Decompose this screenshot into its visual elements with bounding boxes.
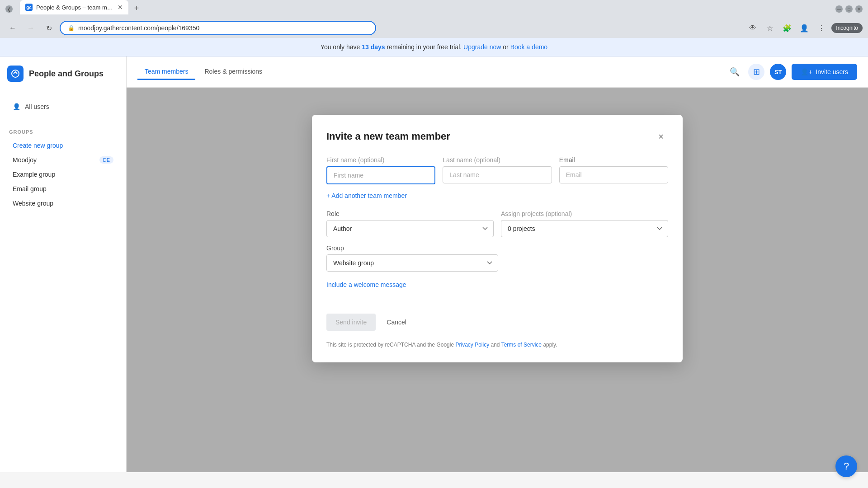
banner-days: 13 days	[362, 43, 385, 51]
content-area: Invite a new team member × First name (o…	[127, 88, 868, 472]
lock-icon: 🔒	[68, 25, 75, 31]
privacy-policy-link[interactable]: Privacy Policy	[455, 342, 489, 348]
all-users-label: All users	[25, 103, 49, 110]
tab-history-btn[interactable]: ❮	[5, 5, 13, 13]
email-label: Email	[559, 156, 668, 164]
invite-btn-label: Invite users	[816, 68, 848, 75]
browser-titlebar: ❮ gc People & Groups – team mem… ✕ + — □…	[0, 0, 868, 18]
modal-close-btn[interactable]: ×	[654, 129, 668, 144]
invite-modal: Invite a new team member × First name (o…	[312, 115, 683, 362]
group-select[interactable]: Website group Moodjoy Example group Emai…	[326, 254, 498, 272]
upgrade-link[interactable]: Upgrade now	[463, 43, 501, 51]
reload-btn[interactable]: ↻	[42, 21, 56, 35]
send-invite-btn[interactable]: Send invite	[326, 314, 376, 331]
back-btn[interactable]: ←	[5, 21, 20, 35]
form-group-group: Group Website group Moodjoy Example grou…	[326, 244, 668, 272]
recaptcha-apply: apply.	[543, 342, 557, 348]
minimize-btn[interactable]: —	[835, 5, 843, 13]
group-name-moodjoy: Moodjoy	[13, 156, 37, 164]
eyeoff-icon[interactable]: 👁	[745, 21, 760, 35]
modal-overlay: Invite a new team member × First name (o…	[127, 88, 868, 472]
address-bar-row: ← → ↻ 🔒 moodjoy.gathercontent.com/people…	[0, 18, 868, 38]
lastname-label-text: Last name	[443, 156, 472, 164]
tab-team-members[interactable]: Team members	[137, 64, 195, 80]
sidebar-title: People and Groups	[29, 69, 104, 79]
form-group-role: Role Author Editor Manager Admin	[326, 210, 494, 237]
close-window-btn[interactable]: ✕	[855, 5, 863, 13]
group-name-email: Email group	[13, 185, 47, 192]
banner-middle: remaining in your free trial.	[385, 43, 462, 51]
banner-or: or	[501, 43, 510, 51]
search-btn[interactable]: 🔍	[726, 64, 743, 80]
modal-title: Invite a new team member	[326, 131, 450, 142]
form-group-email: Email	[559, 156, 668, 184]
projects-select-wrapper: 0 projects	[501, 220, 668, 237]
projects-label: Assign projects (optional)	[501, 210, 668, 217]
group-item-example[interactable]: Example group	[7, 167, 119, 182]
lastname-input[interactable]	[443, 166, 552, 183]
group-name-example: Example group	[13, 171, 55, 178]
form-group-projects: Assign projects (optional) 0 projects	[501, 210, 668, 237]
window-action-buttons: — □ ✕	[835, 5, 863, 13]
form-row-names: First name (optional) Last name (optiona…	[326, 156, 668, 184]
lastname-label: Last name (optional)	[443, 156, 552, 164]
recaptcha-and: and	[491, 342, 500, 348]
help-btn[interactable]: ?	[835, 455, 857, 477]
form-group-firstname: First name (optional)	[326, 156, 435, 184]
group-select-wrapper: Website group Moodjoy Example group Emai…	[326, 254, 498, 272]
group-item-moodjoy[interactable]: Moodjoy DE	[7, 153, 119, 167]
extensions-icon[interactable]: 🧩	[780, 21, 794, 35]
nav-tabs: Team members Roles & permissions	[137, 64, 269, 80]
group-item-email[interactable]: Email group	[7, 182, 119, 196]
role-select[interactable]: Author Editor Manager Admin	[326, 220, 494, 237]
create-new-group-link[interactable]: Create new group	[7, 138, 119, 153]
bookmark-icon[interactable]: ☆	[763, 21, 777, 35]
lastname-optional: (optional)	[474, 156, 500, 164]
active-tab[interactable]: gc People & Groups – team mem… ✕	[20, 0, 128, 14]
browser-actions: 👁 ☆ 🧩 👤 ⋮ Incognito	[745, 21, 863, 35]
group-item-website[interactable]: Website group	[7, 196, 119, 211]
invite-icon: 👤+	[801, 68, 812, 75]
groups-section-label: GROUPS	[7, 129, 119, 135]
all-users-nav-item[interactable]: 👤 All users	[7, 99, 119, 115]
firstname-label: First name (optional)	[326, 156, 435, 164]
modal-header: Invite a new team member ×	[326, 129, 668, 144]
window-controls: ❮	[5, 5, 13, 13]
tab-title: People & Groups – team mem…	[36, 4, 114, 11]
settings-icon[interactable]: ⋮	[814, 21, 829, 35]
user-avatar: ST	[770, 64, 786, 80]
address-text: moodjoy.gathercontent.com/people/169350	[78, 24, 199, 32]
main-content: Team members Roles & permissions 🔍 ⊞ ST …	[127, 56, 868, 472]
group-badge-moodjoy: DE	[99, 156, 113, 164]
grid-btn[interactable]: ⊞	[748, 64, 764, 80]
group-name-website: Website group	[13, 200, 53, 207]
maximize-btn[interactable]: □	[845, 5, 853, 13]
form-row-role-projects: Role Author Editor Manager Admin	[326, 210, 668, 237]
projects-select[interactable]: 0 projects	[501, 220, 668, 237]
sidebar-header: People and Groups	[0, 56, 126, 91]
add-member-link[interactable]: + Add another team member	[326, 192, 407, 199]
terms-link[interactable]: Terms of Service	[501, 342, 542, 348]
address-bar[interactable]: 🔒 moodjoy.gathercontent.com/people/16935…	[60, 21, 376, 35]
email-input[interactable]	[559, 166, 668, 183]
tab-close-btn[interactable]: ✕	[118, 4, 123, 11]
role-label: Role	[326, 210, 494, 217]
welcome-message-link[interactable]: Include a welcome message	[326, 281, 406, 288]
cancel-btn[interactable]: Cancel	[383, 314, 410, 331]
sidebar: People and Groups 👤 All users GROUPS Cre…	[0, 56, 127, 472]
welcome-message-section: Include a welcome message	[326, 281, 668, 301]
app-logo	[7, 66, 24, 82]
forward-btn[interactable]: →	[24, 21, 38, 35]
demo-link[interactable]: Book a demo	[510, 43, 548, 51]
invite-users-btn[interactable]: 👤+ Invite users	[792, 64, 857, 80]
tab-roles-permissions[interactable]: Roles & permissions	[197, 64, 269, 80]
recaptcha-prefix: This site is protected by reCAPTCHA and …	[326, 342, 454, 348]
svg-point-0	[12, 70, 19, 77]
new-tab-btn[interactable]: +	[130, 2, 143, 14]
group-label: Group	[326, 244, 668, 252]
browser-chrome: ❮ gc People & Groups – team mem… ✕ + — □…	[0, 0, 868, 38]
user-icon: 👤	[13, 103, 20, 110]
firstname-input[interactable]	[326, 166, 435, 184]
profile-icon[interactable]: 👤	[797, 21, 811, 35]
tab-favicon: gc	[25, 4, 33, 11]
